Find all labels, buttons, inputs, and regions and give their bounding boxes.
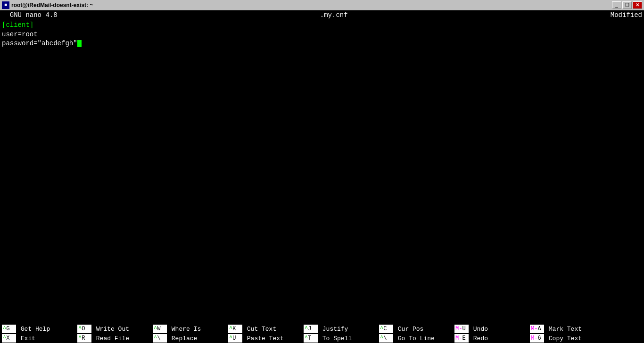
text-cursor — [77, 40, 82, 47]
title-bar-left: ■ root@iRedMail-doesnt-exist: ~ — [2, 1, 93, 9]
title-bar: ■ root@iRedMail-doesnt-exist: ~ _ ❐ ✕ — [0, 0, 644, 10]
shortcut-mark-text: M-A Mark Text — [528, 324, 603, 334]
shortcut-copy-text: M-6 Copy Text — [528, 334, 603, 343]
shortcut-key-ma: M-A — [530, 325, 544, 333]
shortcut-key-w: ^W — [153, 325, 167, 333]
close-button[interactable]: ✕ — [633, 1, 642, 9]
shortcut-cur-pos: ^C Cur Pos — [377, 324, 453, 334]
editor-line-3: password="abcdefgh" — [2, 39, 642, 49]
shortcuts-row-2: ^X Exit ^R Read File ^\ Replace ^U Paste… — [0, 334, 644, 343]
shortcuts-bar: ^G Get Help ^O Write Out ^W Where Is ^K … — [0, 324, 644, 343]
shortcut-key-c: ^C — [379, 325, 393, 333]
editor-line-2: user=root — [2, 30, 642, 40]
shortcut-key-g: ^G — [2, 325, 16, 333]
shortcut-justify: ^J Justify — [302, 324, 377, 334]
shortcuts-row-1: ^G Get Help ^O Write Out ^W Where Is ^K … — [0, 324, 644, 334]
shortcut-key-o: ^O — [77, 325, 91, 333]
shortcut-key-backslash: ^\ — [153, 334, 167, 343]
shortcut-exit: ^X Exit — [0, 334, 75, 343]
shortcut-redo: M-E Redo — [453, 334, 528, 343]
shortcut-cut-text: ^K Cut Text — [226, 324, 302, 334]
nano-version: GNU nano 4.8 — [2, 11, 58, 19]
title-bar-controls: _ ❐ ✕ — [612, 1, 642, 9]
shortcut-undo: M-U Undo — [453, 324, 528, 334]
nano-filename: .my.cnf — [320, 11, 348, 19]
minimize-button[interactable]: _ — [612, 1, 621, 9]
shortcut-write-out: ^O Write Out — [75, 324, 151, 334]
shortcut-key-mu: M-U — [454, 325, 469, 333]
shortcut-get-help: ^G Get Help — [0, 324, 75, 334]
shortcut-key-k: ^K — [228, 325, 242, 333]
shortcut-go-to-line: ^\ Go To Line — [377, 334, 453, 343]
shortcut-key-caret: ^\ — [379, 334, 393, 343]
terminal-icon: ■ — [2, 1, 9, 9]
scrollbar[interactable] — [640, 20, 644, 324]
editor-area[interactable]: [client] user=root password="abcdefgh" — [0, 20, 644, 324]
shortcut-key-j: ^J — [304, 325, 318, 333]
shortcut-read-file: ^R Read File — [75, 334, 151, 343]
shortcut-key-me: M-E — [454, 334, 469, 343]
shortcut-key-x: ^X — [2, 334, 16, 343]
shortcut-to-spell: ^T To Spell — [302, 334, 377, 343]
shortcut-paste-text: ^U Paste Text — [226, 334, 302, 343]
title-bar-text: root@iRedMail-doesnt-exist: ~ — [11, 2, 93, 8]
shortcut-replace: ^\ Replace — [151, 334, 226, 343]
editor-line-1: [client] — [2, 21, 642, 30]
shortcut-where-is: ^W Where Is — [151, 324, 226, 334]
restore-button[interactable]: ❐ — [622, 1, 632, 9]
shortcut-key-m6: M-6 — [530, 334, 544, 343]
nano-header: GNU nano 4.8 .my.cnf Modified — [0, 10, 644, 20]
nano-status: Modified — [611, 11, 642, 19]
shortcut-key-u: ^U — [228, 334, 242, 343]
shortcut-key-t: ^T — [304, 334, 318, 343]
shortcut-key-r: ^R — [77, 334, 91, 343]
